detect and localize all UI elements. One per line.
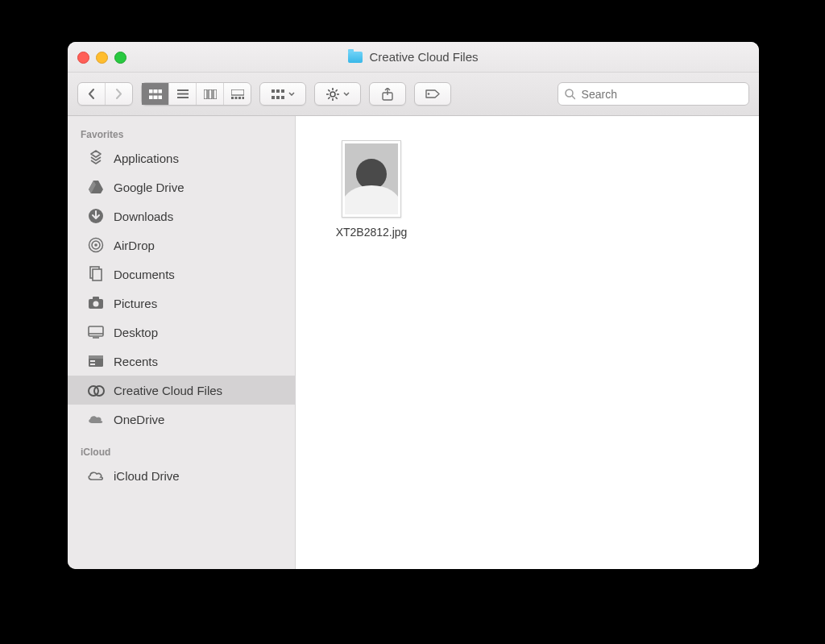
list-icon bbox=[177, 89, 189, 98]
svg-rect-6 bbox=[177, 89, 189, 91]
svg-rect-5 bbox=[159, 96, 162, 99]
minimize-button[interactable] bbox=[96, 52, 108, 64]
window-body: Favorites Applications Google Drive Down… bbox=[68, 116, 759, 569]
sidebar-item-icloud-drive[interactable]: iCloud Drive bbox=[68, 461, 295, 490]
photo-icon bbox=[345, 143, 398, 214]
tags-button[interactable] bbox=[414, 82, 451, 106]
sidebar-item-documents[interactable]: Documents bbox=[68, 260, 295, 289]
documents-icon bbox=[87, 265, 105, 283]
svg-rect-10 bbox=[209, 89, 212, 99]
sidebar-item-downloads[interactable]: Downloads bbox=[68, 202, 295, 231]
section-header-icloud: iCloud bbox=[68, 442, 295, 461]
svg-rect-9 bbox=[204, 89, 207, 99]
sidebar-item-gdrive[interactable]: Google Drive bbox=[68, 172, 295, 202]
svg-rect-3 bbox=[149, 96, 152, 99]
sidebar-item-label: Creative Cloud Files bbox=[114, 384, 222, 397]
view-icon-button[interactable] bbox=[142, 83, 169, 105]
svg-rect-16 bbox=[242, 97, 244, 99]
chevron-down-icon bbox=[288, 92, 295, 96]
zoom-button[interactable] bbox=[114, 52, 126, 64]
sidebar-item-label: AirDrop bbox=[114, 239, 155, 252]
svg-rect-15 bbox=[238, 97, 241, 99]
forward-button[interactable] bbox=[106, 83, 132, 105]
svg-rect-2 bbox=[159, 89, 162, 93]
svg-rect-20 bbox=[272, 96, 275, 99]
content-area[interactable]: XT2B2812.jpg bbox=[296, 116, 759, 569]
sidebar-item-label: Recents bbox=[114, 355, 158, 368]
window-title-text: Creative Cloud Files bbox=[369, 50, 478, 64]
downloads-icon bbox=[87, 207, 105, 225]
svg-rect-44 bbox=[93, 297, 99, 300]
nav-buttons bbox=[77, 82, 133, 106]
window-title: Creative Cloud Files bbox=[348, 50, 478, 64]
sidebar-item-applications[interactable]: Applications bbox=[68, 143, 295, 172]
arrange-button[interactable] bbox=[259, 82, 306, 106]
sidebar-item-label: Google Drive bbox=[114, 181, 184, 194]
svg-point-23 bbox=[330, 92, 335, 97]
sidebar-item-recents[interactable]: Recents bbox=[68, 347, 295, 376]
svg-rect-18 bbox=[276, 89, 280, 93]
svg-rect-14 bbox=[234, 97, 237, 99]
pictures-icon bbox=[87, 294, 105, 312]
view-mode-buttons bbox=[141, 82, 251, 106]
svg-rect-11 bbox=[214, 89, 217, 99]
chevron-right-icon bbox=[115, 89, 122, 99]
close-button[interactable] bbox=[77, 52, 89, 64]
svg-point-45 bbox=[93, 301, 99, 307]
svg-rect-51 bbox=[90, 360, 95, 362]
svg-rect-52 bbox=[90, 364, 95, 365]
view-gallery-button[interactable] bbox=[224, 83, 251, 105]
chevron-down-icon bbox=[343, 92, 350, 96]
columns-icon bbox=[204, 89, 217, 99]
sidebar-item-desktop[interactable]: Desktop bbox=[68, 318, 295, 347]
back-button[interactable] bbox=[78, 83, 106, 105]
sidebar-item-label: Applications bbox=[114, 152, 179, 165]
svg-rect-42 bbox=[93, 269, 102, 280]
svg-point-34 bbox=[428, 93, 430, 95]
file-item[interactable]: XT2B2812.jpg bbox=[323, 140, 420, 239]
applications-icon bbox=[87, 149, 105, 167]
titlebar: Creative Cloud Files bbox=[68, 42, 759, 73]
desktop-icon bbox=[87, 323, 105, 341]
share-icon bbox=[382, 88, 393, 101]
svg-line-36 bbox=[572, 96, 575, 99]
sidebar-item-creative-cloud[interactable]: Creative Cloud Files bbox=[68, 376, 295, 405]
view-list-button[interactable] bbox=[169, 83, 197, 105]
svg-rect-8 bbox=[177, 97, 189, 98]
svg-rect-1 bbox=[154, 89, 157, 93]
search-field[interactable] bbox=[558, 82, 749, 106]
action-button[interactable] bbox=[314, 82, 361, 106]
svg-rect-19 bbox=[281, 89, 284, 93]
svg-point-40 bbox=[94, 243, 97, 247]
svg-rect-21 bbox=[276, 96, 280, 99]
file-thumbnail bbox=[342, 140, 401, 218]
gear-icon bbox=[326, 88, 339, 101]
svg-rect-4 bbox=[154, 96, 157, 99]
tag-icon bbox=[425, 89, 441, 99]
sidebar-item-onedrive[interactable]: OneDrive bbox=[68, 405, 295, 434]
share-button[interactable] bbox=[369, 82, 406, 106]
svg-line-31 bbox=[328, 97, 330, 98]
finder-window: Creative Cloud Files bbox=[68, 42, 759, 569]
sidebar-item-label: OneDrive bbox=[114, 413, 164, 426]
view-column-button[interactable] bbox=[197, 83, 224, 105]
svg-line-29 bbox=[335, 97, 337, 98]
sidebar-item-label: Downloads bbox=[114, 210, 173, 223]
svg-rect-46 bbox=[89, 326, 103, 336]
svg-rect-13 bbox=[231, 97, 234, 99]
search-icon bbox=[565, 89, 575, 100]
sidebar-item-pictures[interactable]: Pictures bbox=[68, 289, 295, 318]
svg-rect-50 bbox=[89, 355, 103, 359]
search-input[interactable] bbox=[580, 87, 742, 102]
svg-point-35 bbox=[566, 89, 573, 97]
airdrop-icon bbox=[87, 236, 105, 254]
gallery-icon bbox=[231, 89, 244, 99]
sidebar-item-label: Desktop bbox=[114, 326, 158, 339]
svg-rect-7 bbox=[177, 93, 189, 95]
sidebar-item-airdrop[interactable]: AirDrop bbox=[68, 231, 295, 260]
svg-rect-22 bbox=[281, 96, 284, 99]
sidebar-item-label: Pictures bbox=[114, 297, 157, 310]
toolbar bbox=[68, 73, 759, 116]
creative-cloud-icon bbox=[87, 381, 105, 399]
recents-icon bbox=[87, 352, 105, 370]
